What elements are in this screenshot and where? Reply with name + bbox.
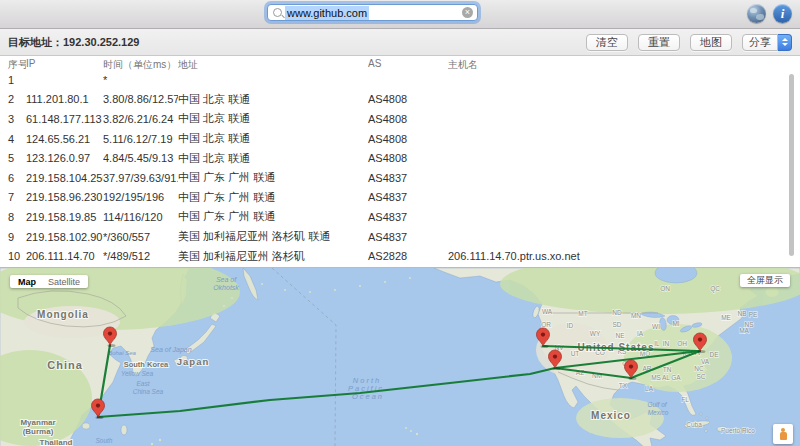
cell-addr: 中国 北京 联通 <box>178 151 368 166</box>
cell-ip: 206.111.14.70 <box>26 250 103 262</box>
table-row[interactable]: 1* <box>0 70 800 90</box>
cell-time: 3.82/6.21/6.24 <box>103 113 178 125</box>
cell-time: */360/557 <box>103 231 178 243</box>
cell-no: 4 <box>0 133 26 145</box>
table-row[interactable]: 7219.158.96.230192/195/196中国 广东 广州 联通AS4… <box>0 188 800 208</box>
col-header-no: 序号 <box>0 57 26 72</box>
map-label: ID <box>567 322 574 329</box>
cell-ip: 219.158.104.250 <box>26 172 103 184</box>
cell-as: AS4837 <box>368 172 448 184</box>
map-label: IL <box>654 340 660 347</box>
cell-time: * <box>103 74 178 86</box>
cell-ip: 219.158.19.85 <box>26 211 103 223</box>
target-address-label: 目标地址：192.30.252.129 <box>8 35 139 50</box>
map-label: Myanmar <box>20 418 55 427</box>
map-label: SC <box>696 373 705 380</box>
map-label: WY <box>590 330 601 337</box>
map-label: Thailand <box>40 438 73 446</box>
map-label: ME <box>721 314 731 321</box>
map-label: Mexico <box>648 409 669 416</box>
cell-addr: 中国 北京 联通 <box>178 131 368 146</box>
map-type-map-button[interactable]: Map <box>12 277 42 287</box>
cell-time: 3.80/8.86/12.57 <box>103 93 178 105</box>
map-label: ON <box>660 285 670 292</box>
col-header-host: 主机名 <box>448 57 800 72</box>
map-label: Cuba <box>686 421 702 428</box>
cell-addr: 中国 北京 联通 <box>178 92 368 107</box>
cell-as: AS4808 <box>368 133 448 145</box>
table-row[interactable]: 361.148.177.1133.82/6.21/6.24中国 北京 联通AS4… <box>0 109 800 129</box>
share-dropdown-stepper[interactable] <box>778 34 792 51</box>
map-label: NB <box>737 310 746 317</box>
cell-time: */489/512 <box>103 250 178 262</box>
map-label: China Sea <box>133 388 164 395</box>
map-label: MS <box>651 374 661 381</box>
map-label: MT <box>578 310 587 317</box>
cell-addr: 美国 加利福尼亚州 洛杉矶 <box>178 249 368 264</box>
cell-as: AS4837 <box>368 191 448 203</box>
table-row[interactable]: 5123.126.0.974.84/5.45/9.13中国 北京 联通AS480… <box>0 148 800 168</box>
window-toolbar: www.github.com × i <box>0 0 800 29</box>
map-label: IA <box>637 330 644 337</box>
cell-no: 9 <box>0 231 26 243</box>
info-icon[interactable]: i <box>773 4 792 23</box>
map-label: Japan <box>177 356 209 367</box>
map-label: MA <box>739 327 749 334</box>
table-row[interactable]: 9219.158.102.90*/360/557美国 加利福尼亚州 洛杉矶 联通… <box>0 227 800 247</box>
pegman-control[interactable] <box>773 424 793 444</box>
target-bar: 目标地址：192.30.252.129 清空 重置 地图 分享 <box>0 29 800 56</box>
cell-as: AS4837 <box>368 231 448 243</box>
magnifier-icon <box>273 8 282 17</box>
cell-ip: 219.158.96.230 <box>26 191 103 203</box>
col-header-time: 时间（单位ms） <box>103 57 178 72</box>
cell-time: 37.97/39.63/91.43 <box>103 172 178 184</box>
map-label: FL <box>681 396 689 403</box>
cell-ip: 61.148.177.113 <box>26 113 103 125</box>
cell-as: AS2828 <box>368 250 448 262</box>
map-label: East <box>136 380 150 387</box>
share-button[interactable]: 分享 <box>742 34 778 51</box>
map-label: VA <box>701 358 710 365</box>
map-label: SD <box>612 321 621 328</box>
map-label: DE <box>709 351 719 358</box>
map-label: OR <box>541 321 551 328</box>
map-label: Mongolia <box>37 309 89 320</box>
map-label: LA <box>645 385 654 392</box>
map-button[interactable]: 地图 <box>690 34 732 51</box>
fullscreen-button[interactable]: 全屏显示 <box>740 274 790 287</box>
cell-as: AS4808 <box>368 93 448 105</box>
table-scrollbar[interactable] <box>789 74 794 256</box>
map-label: IN <box>663 340 670 347</box>
route-map[interactable]: Sea ofOkhotskSea of JapanBohai SeaYellow… <box>0 267 800 446</box>
table-row[interactable]: 4124.65.56.215.11/6.12/7.19中国 北京 联通AS480… <box>0 129 800 149</box>
map-type-control: Map Satellite <box>10 275 88 288</box>
cell-time: 5.11/6.12/7.19 <box>103 133 178 145</box>
cell-addr: 中国 北京 联通 <box>178 111 368 126</box>
globe-icon[interactable] <box>747 4 766 23</box>
search-input[interactable]: www.github.com × <box>267 4 478 21</box>
table-row[interactable]: 6219.158.104.25037.97/39.63/91.43中国 广东 广… <box>0 168 800 188</box>
table-row[interactable]: 10206.111.14.70*/489/512美国 加利福尼亚州 洛杉矶AS2… <box>0 246 800 266</box>
reset-button[interactable]: 重置 <box>638 34 680 51</box>
map-label: WI <box>652 323 660 330</box>
cell-ip: 124.65.56.21 <box>26 133 103 145</box>
table-row[interactable]: 8219.158.19.85114/116/120中国 广东 广州 联通AS48… <box>0 207 800 227</box>
cell-ip: 111.201.80.1 <box>26 93 103 105</box>
cell-as: AS4808 <box>368 152 448 164</box>
table-row[interactable]: 2111.201.80.13.80/8.86/12.57中国 北京 联通AS48… <box>0 90 800 110</box>
map-label: South <box>96 437 113 444</box>
map-label: Mexico <box>591 410 631 421</box>
map-label: China <box>47 359 83 371</box>
map-type-satellite-button[interactable]: Satellite <box>42 277 86 287</box>
map-label: QC <box>710 285 720 293</box>
map-label: South Korea <box>124 360 169 369</box>
map-label: GA <box>671 374 681 381</box>
table-header-row: 序号 IP 时间（单位ms） 地址 AS 主机名 <box>0 57 800 70</box>
cell-addr: 中国 广东 广州 联通 <box>178 209 368 224</box>
map-label: PE <box>749 311 758 318</box>
clear-button[interactable]: 清空 <box>586 34 628 51</box>
trace-table: 序号 IP 时间（单位ms） 地址 AS 主机名 1*2111.201.80.1… <box>0 57 800 267</box>
clear-search-icon[interactable]: × <box>462 7 473 18</box>
cell-addr: 中国 广东 广州 联通 <box>178 190 368 205</box>
map-label: Okhotsk <box>213 284 239 291</box>
